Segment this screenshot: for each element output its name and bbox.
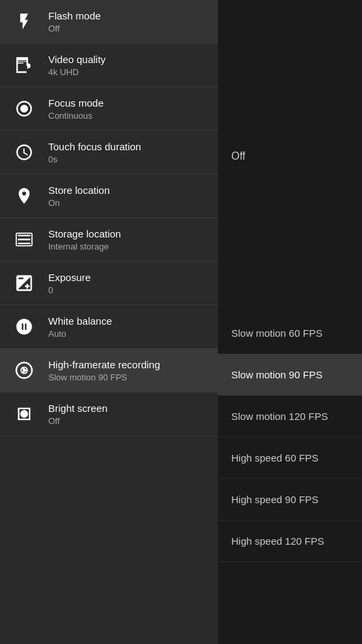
bright-screen-icon xyxy=(11,400,38,427)
dropdown-high-90[interactable]: High speed 90 FPS xyxy=(218,479,362,521)
video-quality-subtitle: 4k UHD xyxy=(48,67,106,77)
menu-item-exposure[interactable]: Exposure 0 xyxy=(0,262,218,305)
menu-item-focus-mode[interactable]: Focus mode Continuous xyxy=(0,87,218,131)
white-balance-subtitle: Auto xyxy=(48,329,112,339)
menu-item-store-location[interactable]: Store location On xyxy=(0,174,218,218)
exposure-subtitle: 0 xyxy=(48,285,90,295)
storage-location-title: Storage location xyxy=(48,227,121,241)
touch-focus-duration-title: Touch focus duration xyxy=(48,140,141,154)
location-icon xyxy=(11,182,38,209)
dropdown-slow-90[interactable]: Slow motion 90 FPS xyxy=(218,354,362,396)
dropdown-slow-60-label: Slow motion 60 FPS xyxy=(231,327,322,339)
white-balance-title: White balance xyxy=(48,315,112,328)
off-label: Off xyxy=(231,150,245,162)
focus-mode-subtitle: Continuous xyxy=(48,111,104,121)
high-framerate-title: High-framerate recording xyxy=(48,358,160,372)
focus-icon xyxy=(11,95,38,122)
store-location-title: Store location xyxy=(48,184,110,197)
storage-location-subtitle: Internal storage xyxy=(48,241,121,252)
left-panel: Flash mode Off Video quality 4k UHD Focu… xyxy=(0,0,218,644)
flash-mode-title: Flash mode xyxy=(48,9,101,23)
video-icon xyxy=(11,52,38,78)
clock-icon xyxy=(11,139,38,166)
high-framerate-icon xyxy=(11,357,38,384)
dropdown-slow-120-label: Slow motion 120 FPS xyxy=(231,411,328,422)
exposure-title: Exposure xyxy=(48,271,90,284)
flash-icon xyxy=(11,8,38,35)
dropdown-slow-60[interactable]: Slow motion 60 FPS xyxy=(218,313,362,354)
right-spacer: Off xyxy=(218,0,362,313)
dropdown-slow-90-label: Slow motion 90 FPS xyxy=(231,369,322,380)
menu-item-high-framerate[interactable]: High-framerate recording Slow motion 90 … xyxy=(0,349,218,392)
menu-item-storage-location[interactable]: Storage location Internal storage xyxy=(0,218,218,262)
dropdown-high-120[interactable]: High speed 120 FPS xyxy=(218,521,362,562)
dropdown-high-90-label: High speed 90 FPS xyxy=(231,494,318,505)
touch-focus-duration-subtitle: 0s xyxy=(48,154,141,164)
menu-item-white-balance[interactable]: White balance Auto xyxy=(0,305,218,349)
menu-item-flash-mode[interactable]: Flash mode Off xyxy=(0,0,218,44)
video-quality-title: Video quality xyxy=(48,53,106,66)
focus-mode-title: Focus mode xyxy=(48,97,104,110)
exposure-icon xyxy=(11,270,38,297)
flash-mode-subtitle: Off xyxy=(48,23,101,34)
bright-screen-subtitle: Off xyxy=(48,416,107,426)
menu-item-touch-focus-duration[interactable]: Touch focus duration 0s xyxy=(0,131,218,174)
menu-item-bright-screen[interactable]: Bright screen Off xyxy=(0,392,218,436)
storage-icon xyxy=(11,226,38,253)
dropdown-high-60-label: High speed 60 FPS xyxy=(231,452,318,464)
right-panel: Off Slow motion 60 FPS Slow motion 90 FP… xyxy=(218,0,362,644)
white-balance-icon xyxy=(11,313,38,340)
menu-item-video-quality[interactable]: Video quality 4k UHD xyxy=(0,44,218,87)
high-framerate-subtitle: Slow motion 90 FPS xyxy=(48,372,160,382)
bright-screen-title: Bright screen xyxy=(48,402,107,415)
store-location-subtitle: On xyxy=(48,198,110,208)
dropdown-high-120-label: High speed 120 FPS xyxy=(231,535,324,547)
dropdown-slow-120[interactable]: Slow motion 120 FPS xyxy=(218,396,362,437)
dropdown-high-60[interactable]: High speed 60 FPS xyxy=(218,437,362,479)
